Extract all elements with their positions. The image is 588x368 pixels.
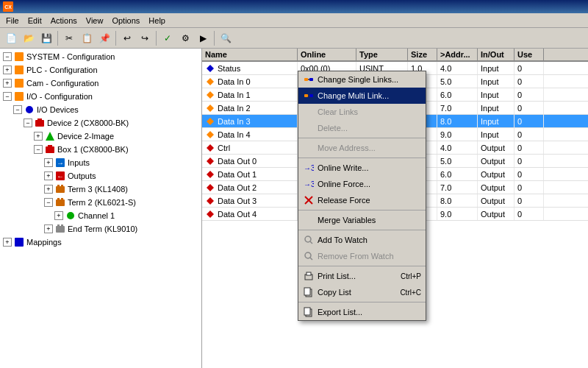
toolbar-redo[interactable]: ↪ xyxy=(137,30,153,46)
tree-item-term3[interactable]: +Term 3 (KL1408) xyxy=(1,183,200,196)
cell-addr-7: 5.0 xyxy=(437,155,478,167)
toolbar-activate[interactable]: ▶ xyxy=(195,30,211,46)
svg-marker-36 xyxy=(207,210,214,218)
tree-expander-term2[interactable]: − xyxy=(44,198,53,207)
tree-item-box1[interactable]: −Box 1 (CX8000-BK) xyxy=(1,143,200,156)
cell-inout-11: Output xyxy=(478,208,514,220)
tree-icon-cam xyxy=(13,77,25,89)
toolbar-undo[interactable]: ↩ xyxy=(119,30,135,46)
ctx-item-release-force[interactable]: Release Force xyxy=(298,192,426,208)
tree-icon-device2 xyxy=(34,117,46,129)
cell-addr-10: 8.0 xyxy=(437,194,478,207)
tree-expander-box1[interactable]: − xyxy=(34,145,43,154)
cell-addr-8: 6.0 xyxy=(437,168,478,180)
toolbar-save[interactable]: 💾 xyxy=(38,30,54,46)
tree-label-system: SYSTEM - Configuration xyxy=(26,52,115,61)
tree-expander-dev2img[interactable]: + xyxy=(34,132,43,141)
tree-expander-cam[interactable]: + xyxy=(3,79,12,88)
toolbar-copy[interactable]: 📋 xyxy=(79,30,95,46)
toolbar-check[interactable]: ✓ xyxy=(159,30,176,46)
tree-expander-io[interactable]: − xyxy=(3,92,12,101)
tree-item-system[interactable]: −SYSTEM - Configuration xyxy=(1,50,200,63)
tree-expander-endterm[interactable]: + xyxy=(44,224,53,233)
tree-item-endterm[interactable]: +End Term (KL9010) xyxy=(1,222,200,236)
tree-expander-channel1[interactable]: + xyxy=(54,211,63,220)
col-header-size[interactable]: Size xyxy=(408,49,437,60)
ctx-item-change-multi[interactable]: Change Multi Link... xyxy=(298,88,426,104)
ctx-item-merge-vars[interactable]: Merge Variables xyxy=(298,212,426,228)
toolbar-paste[interactable]: 📌 xyxy=(96,30,112,46)
tree-item-term2[interactable]: −Term 2 (KL6021-S) xyxy=(1,196,200,209)
ctx-label-online-write: Online Write... xyxy=(318,163,369,172)
tree-item-channel1[interactable]: +Channel 1 xyxy=(1,209,200,222)
toolbar-new[interactable]: 📄 xyxy=(3,30,19,46)
toolbar-sep3 xyxy=(156,31,157,46)
col-header-inout[interactable]: In/Out xyxy=(478,49,514,60)
menu-item-options[interactable]: Options xyxy=(107,15,144,26)
toolbar-cut[interactable]: ✂ xyxy=(61,30,77,46)
tree-item-mappings[interactable]: +Mappings xyxy=(1,236,200,249)
tree-item-io[interactable]: −I/O - Configuration xyxy=(1,90,200,103)
menu-item-edit[interactable]: Edit xyxy=(24,15,46,26)
cell-inout-1: Input xyxy=(478,75,514,88)
ctx-icon-release-force xyxy=(303,194,315,206)
toolbar-search[interactable]: 🔍 xyxy=(218,30,234,46)
toolbar-sep4 xyxy=(214,31,215,46)
tree-item-plc[interactable]: +PLC - Configuration xyxy=(1,63,200,77)
ctx-icon-change-single xyxy=(303,74,315,85)
col-header-addr[interactable]: >Addr... xyxy=(437,49,478,60)
tree-item-inputs[interactable]: +→Inputs xyxy=(1,156,200,169)
col-header-online[interactable]: Online xyxy=(298,49,356,60)
svg-marker-31 xyxy=(207,144,214,152)
tree-icon-dev2img xyxy=(44,130,56,142)
svg-rect-38 xyxy=(309,78,313,81)
ctx-item-print-list[interactable]: Print List...Ctrl+P xyxy=(298,268,426,284)
cell-name-text-4: Data In 3 xyxy=(218,117,251,126)
tree-expander-inputs[interactable]: + xyxy=(44,158,53,167)
ctx-item-add-watch[interactable]: Add To Watch xyxy=(298,232,426,248)
toolbar-open[interactable]: 📂 xyxy=(21,30,37,46)
cell-use-2: 0 xyxy=(514,88,544,101)
cell-addr-2: 6.0 xyxy=(437,88,478,101)
svg-rect-2 xyxy=(15,79,24,88)
ctx-item-remove-watch: Remove From Watch xyxy=(298,248,426,264)
ctx-sep-sep3 xyxy=(298,210,426,210)
cell-name-text-7: Data Out 0 xyxy=(218,157,257,166)
col-header-use[interactable]: Use xyxy=(514,49,544,60)
tree-item-cam[interactable]: +Cam - Configuration xyxy=(1,77,200,90)
tree-item-dev2img[interactable]: +Device 2-Image xyxy=(1,130,200,143)
col-header-type[interactable]: Type xyxy=(356,49,408,60)
ctx-label-change-multi: Change Multi Link... xyxy=(318,91,389,100)
menu-item-file[interactable]: File xyxy=(1,15,24,26)
tree-item-iodevices[interactable]: −I/O Devices xyxy=(1,103,200,116)
svg-marker-34 xyxy=(207,184,214,191)
ctx-item-change-single[interactable]: Change Single Links... xyxy=(298,71,426,88)
tree-expander-device2[interactable]: − xyxy=(24,118,32,127)
col-header-name[interactable]: Name xyxy=(202,49,298,60)
tree-expander-term3[interactable]: + xyxy=(44,185,53,194)
tree-expander-plc[interactable]: + xyxy=(3,66,12,74)
menu-item-view[interactable]: View xyxy=(82,15,108,26)
tree-item-device2[interactable]: −Device 2 (CX8000-BK) xyxy=(1,116,200,130)
menu-item-help[interactable]: Help xyxy=(144,15,170,26)
row-icon-9 xyxy=(205,183,215,193)
tree-expander-iodevices[interactable]: − xyxy=(13,105,22,114)
ctx-item-copy-list[interactable]: Copy ListCtrl+C xyxy=(298,284,426,300)
cell-name-1: Data In 0 xyxy=(202,75,298,88)
tree-icon-channel1 xyxy=(65,210,76,222)
menu-item-actions[interactable]: Actions xyxy=(46,15,82,26)
svg-rect-22 xyxy=(57,224,60,227)
tree-expander-system[interactable]: − xyxy=(3,52,12,61)
toolbar-build[interactable]: ⚙ xyxy=(177,30,193,46)
tree-expander-outputs[interactable]: + xyxy=(44,171,53,180)
ctx-item-online-force[interactable]: →3Online Force... xyxy=(298,176,426,192)
tree-item-outputs[interactable]: +←Outputs xyxy=(1,169,200,183)
svg-marker-27 xyxy=(207,91,214,99)
ctx-item-export-list[interactable]: Export List... xyxy=(298,304,426,320)
ctx-item-online-write[interactable]: →3Online Write... xyxy=(298,160,426,176)
cell-name-text-3: Data In 2 xyxy=(218,104,251,113)
tree-expander-mappings[interactable]: + xyxy=(3,238,12,247)
cell-name-7: Data Out 0 xyxy=(202,155,298,167)
svg-rect-54 xyxy=(304,288,310,295)
cell-use-8: 0 xyxy=(514,168,544,180)
